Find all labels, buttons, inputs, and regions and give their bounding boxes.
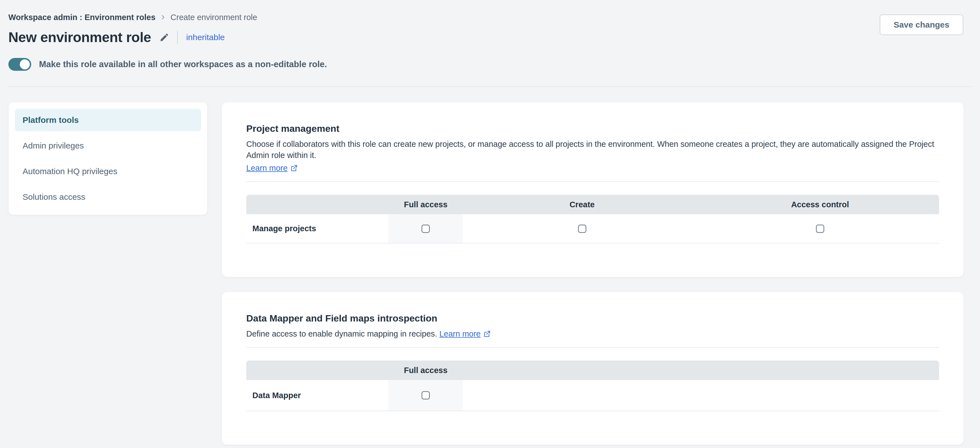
manage-projects-full-access-checkbox[interactable]	[422, 225, 430, 233]
title-divider	[177, 31, 178, 44]
table-row-data-mapper: Data Mapper	[246, 380, 939, 411]
sidebar-item-label: Automation HQ privileges	[22, 167, 117, 176]
breadcrumb-section[interactable]: Workspace admin : Environment roles	[8, 12, 156, 22]
page: Workspace admin : Environment roles Crea…	[0, 0, 980, 445]
pencil-icon	[159, 32, 169, 42]
toggle-knob-icon	[20, 59, 30, 69]
sidebar-item-label: Solutions access	[22, 192, 85, 202]
learn-more-link[interactable]: Learn more	[246, 163, 298, 174]
external-link-icon	[483, 330, 491, 338]
main-content: Platform tools Admin privileges Automati…	[0, 87, 980, 445]
title-row: New environment role inheritable	[8, 29, 963, 46]
sidebar-item-automation-hq-privileges[interactable]: Automation HQ privileges	[15, 160, 201, 182]
breadcrumb-current: Create environment role	[170, 12, 257, 22]
project-permissions-table: Full access Create Access control Manage…	[246, 195, 939, 244]
sidebar-item-admin-privileges[interactable]: Admin privileges	[15, 135, 201, 157]
inheritable-link[interactable]: inheritable	[186, 33, 224, 42]
sidebar: Platform tools Admin privileges Automati…	[8, 102, 208, 215]
table-header: Full access Create Access control	[246, 195, 939, 214]
row-label: Manage projects	[252, 224, 316, 233]
data-mapper-full-access-checkbox[interactable]	[422, 391, 430, 400]
column-header-full-access: Full access	[388, 366, 463, 375]
data-mapper-permissions-table: Full access Data Mapper	[246, 360, 939, 411]
page-title: New environment role	[8, 29, 151, 46]
table-row-manage-projects: Manage projects	[246, 214, 939, 244]
column-header-create: Create	[463, 200, 701, 209]
manage-projects-create-checkbox[interactable]	[578, 225, 586, 233]
top-header: Workspace admin : Environment roles Crea…	[0, 0, 980, 71]
external-link-icon	[290, 164, 298, 172]
row-label: Data Mapper	[252, 391, 301, 400]
share-role-row: Make this role available in all other wo…	[8, 58, 963, 71]
breadcrumb: Workspace admin : Environment roles Crea…	[8, 12, 963, 22]
sidebar-item-label: Admin privileges	[22, 141, 84, 150]
data-mapper-card: Data Mapper and Field maps introspection…	[221, 292, 964, 445]
learn-more-link[interactable]: Learn more	[439, 328, 491, 340]
sidebar-item-platform-tools[interactable]: Platform tools	[15, 109, 201, 131]
card-divider	[246, 182, 939, 182]
card-divider	[246, 347, 939, 348]
edit-title-button[interactable]	[159, 32, 169, 42]
column-header-full-access: Full access	[388, 200, 463, 209]
cards-column: Project management Choose if collaborato…	[221, 102, 964, 445]
card-title: Project management	[246, 122, 939, 135]
share-role-toggle[interactable]	[8, 58, 31, 71]
card-description: Choose if collaborators with this role c…	[246, 139, 939, 161]
sidebar-item-solutions-access[interactable]: Solutions access	[15, 186, 201, 208]
table-header: Full access	[246, 360, 939, 380]
sidebar-item-label: Platform tools	[22, 115, 79, 125]
column-header-access-control: Access control	[701, 200, 939, 209]
save-changes-button[interactable]: Save changes	[880, 14, 963, 35]
manage-projects-access-control-checkbox[interactable]	[816, 225, 824, 233]
card-description: Define access to enable dynamic mapping …	[246, 329, 437, 338]
share-role-toggle-label: Make this role available in all other wo…	[39, 59, 327, 69]
chevron-right-icon	[160, 14, 166, 20]
card-title: Data Mapper and Field maps introspection	[246, 312, 939, 324]
project-management-card: Project management Choose if collaborato…	[221, 102, 964, 277]
